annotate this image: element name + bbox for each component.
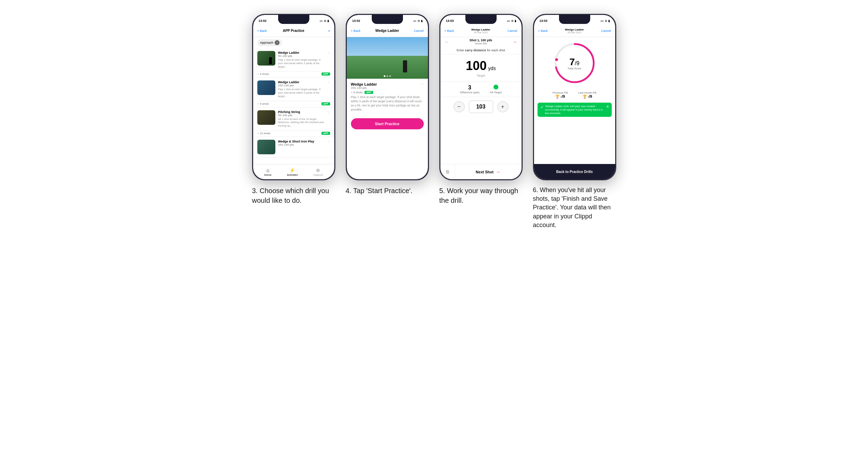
back-button-1[interactable]: < Back [257, 29, 267, 33]
drill-desc-1: Play 1 shot at each target yardage. If y… [278, 58, 324, 68]
drill-info-2: Wedge Ladder 100–140 yds Play 1 shot at … [278, 80, 324, 98]
nav-title-3-line2: 06 Mar 2023 [471, 31, 490, 34]
minus-button[interactable]: − [454, 101, 465, 112]
shots-info-1: ○ 9 shots [257, 72, 269, 76]
phone-section-2: 13:02 ▪▪▪ ⊙ ▮ < Back Wedge Ladder Cancel [346, 14, 429, 196]
clock-icon-3: ○ [257, 132, 259, 135]
drill-thumb-img-4 [257, 140, 275, 154]
cancel-button-3[interactable]: Cancel [507, 29, 517, 33]
category-count: 7 [275, 40, 280, 45]
cancel-button-2[interactable]: Cancel [414, 29, 423, 33]
next-shot-label: Next Shot [476, 170, 493, 174]
drill-item-2[interactable]: Wedge Ladder 100–140 yds Play 1 shot at … [253, 78, 334, 101]
tab-home[interactable]: ⌂ Home [264, 167, 272, 176]
back-button-3[interactable]: < Back [445, 29, 454, 33]
phone-frame-2: 13:02 ▪▪▪ ⊙ ▮ < Back Wedge Ladder Cancel [346, 14, 429, 180]
phone-section-4: 13:03 ▪▪▪ ⊙ ▮ < Back Wedge Ladder 06 Mar… [533, 14, 616, 230]
drill-thumb-img-1 [257, 51, 275, 66]
img-dots [384, 75, 391, 77]
dot-3 [389, 75, 391, 77]
drill-desc-2: Play 1 shot at each target yardage. If y… [278, 88, 324, 98]
shots-count-2: 9 shots [260, 102, 269, 105]
prev-pb-label: Previous PB [552, 91, 568, 94]
start-practice-button[interactable]: Start Practice [351, 118, 424, 129]
battery-icon-3: ▮ [515, 19, 516, 23]
tab-home-label: Home [264, 173, 272, 176]
drill-thumb-1 [257, 51, 275, 66]
prev-arrow[interactable]: ← [445, 39, 449, 45]
phone-screen-4: 13:03 ▪▪▪ ⊙ ▮ < Back Wedge Ladder 06 Mar… [534, 15, 615, 179]
clock-icon-1: ○ [257, 72, 259, 76]
nav-title-1: APP Practice [283, 29, 304, 33]
prev-pb-value: -/9 [560, 94, 565, 98]
target-display: 100 yds Target [440, 54, 522, 81]
drill-detail-body: Wedge Ladder 100–140 yds ☆ ○ 9 shots APP… [347, 79, 428, 115]
nav-title-4-line2: 06 Mar 2023 [565, 31, 584, 34]
status-icons-1: ▪▪▪ ⊙ ▮ [320, 19, 329, 23]
score-circle-container: 7/9 Total Score [552, 41, 597, 86]
time-2: 13:02 [352, 19, 360, 23]
success-close[interactable]: ✕ [606, 105, 609, 109]
battery-icon-4: ▮ [608, 19, 610, 23]
carry-instruction: Enter carry distance for each shot [440, 46, 522, 54]
tab-activities[interactable]: ⚡ Activities [287, 167, 298, 176]
prev-pb-val: 🏆 -/9 [552, 94, 568, 98]
drill-info-4: Wedge & Short Iron Play 100–140 yds [278, 140, 324, 146]
shot-score: Score 5/9 [470, 42, 492, 45]
main-container: 13:02 ▪▪▪ ⊙ ▮ < Back APP Practice ≡ Appr… [191, 14, 677, 230]
plus-button[interactable]: + [497, 101, 508, 112]
drill-title-3: Pitching String [278, 110, 324, 114]
target-unit: yds [488, 66, 496, 71]
clock-icon-detail: ○ [351, 91, 353, 94]
pb-row: Previous PB 🏆 -/9 Last month PB 🏆 -/9 [534, 89, 615, 101]
drill-star-1: ☆ [327, 51, 330, 55]
input-display[interactable]: 103 [469, 101, 493, 113]
tab-capture[interactable]: ⊕ Capture [313, 167, 323, 176]
back-to-practice-button[interactable]: Back to Practice Drills [534, 164, 615, 179]
drill-yds-2: 100–140 yds [278, 84, 324, 87]
detail-star: ☆ [421, 82, 424, 86]
drill-yds-1: 50–100 yds [278, 54, 324, 58]
drill-info-3: Pitching String 55–100 yds Hit 1 shot at… [278, 110, 324, 128]
wifi-icon: ⊙ [324, 19, 326, 23]
menu-button-1[interactable]: ≡ [328, 29, 330, 33]
caption-2: 4. Tap 'Start Practice'. [346, 186, 413, 196]
app-badge-1: APP [321, 72, 330, 76]
cancel-button-4[interactable]: Cancel [601, 29, 611, 33]
delete-button[interactable]: 🗑 [440, 164, 455, 179]
target-label: Target [445, 74, 517, 77]
signal-icon-2: ▪▪▪ [413, 19, 416, 23]
drill-yds-4: 100–140 yds [278, 143, 324, 146]
drill-item-3[interactable]: Pitching String 55–100 yds Hit 1 shot at… [253, 107, 334, 131]
category-label: Approach [260, 41, 274, 44]
tab-capture-label: Capture [313, 173, 323, 176]
hit-target-label: Hit Target [490, 91, 502, 94]
check-icon: ✓ [540, 105, 544, 110]
activities-icon: ⚡ [289, 167, 295, 173]
phone-section-1: 13:02 ▪▪▪ ⊙ ▮ < Back APP Practice ≡ Appr… [252, 14, 335, 205]
score-text: 7/9 Total Score [567, 57, 581, 70]
nav-title-3-line1: Wedge Ladder [471, 28, 490, 31]
time-3: 13:03 [446, 19, 454, 23]
next-shot-button[interactable]: Next Shot → [455, 164, 522, 179]
shots-count-3: 10 shots [260, 132, 270, 135]
detail-desc: Play 1 shot at each target yardage. If y… [351, 95, 424, 112]
back-button-2[interactable]: < Back [351, 29, 361, 33]
dot-1 [384, 75, 385, 77]
shot-metrics: 3 Difference (yds) Hit Target [440, 81, 522, 97]
time-4: 13:03 [540, 19, 548, 23]
back-button-4[interactable]: < Back [538, 29, 548, 33]
next-arrow[interactable]: → [513, 39, 517, 45]
drill-item-1[interactable]: Wedge Ladder 50–100 yds Play 1 shot at e… [253, 48, 334, 71]
shots-info-2: ○ 9 shots [257, 102, 269, 105]
status-icons-4: ▪▪▪ ⊙ ▮ [601, 19, 610, 23]
drill-star-4: ☆ [327, 140, 330, 144]
category-badge: Approach 7 [257, 39, 283, 46]
phone-section-3: 13:03 ▪▪▪ ⊙ ▮ < Back Wedge Ladder 06 Mar… [439, 14, 523, 205]
last-pb-val: 🏆 -/9 [578, 94, 596, 98]
drill-list: Wedge Ladder 50–100 yds Play 1 shot at e… [253, 48, 334, 157]
drill-thumb-4 [257, 140, 275, 154]
drill-item-4[interactable]: Wedge & Short Iron Play 100–140 yds ☆ [253, 137, 334, 157]
phone-screen-2: 13:02 ▪▪▪ ⊙ ▮ < Back Wedge Ladder Cancel [347, 15, 428, 179]
drill-footer-3: ○ 10 shots APP [253, 131, 334, 137]
